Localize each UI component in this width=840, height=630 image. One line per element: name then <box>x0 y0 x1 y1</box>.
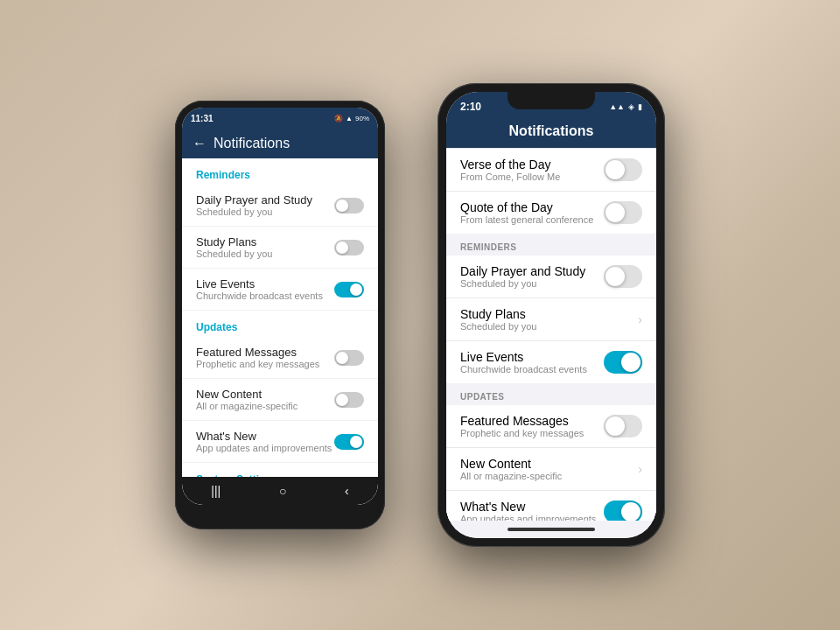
android-live-events-text: Live Events Churchwide broadcast events <box>196 277 323 301</box>
android-whats-new-item[interactable]: What's New App updates and improvements <box>182 421 378 463</box>
ios-phone: 2:10 ▲▲ ◈ ▮ Notifications Verse of the D… <box>438 83 665 547</box>
ios-verse-of-day-item[interactable]: Verse of the Day From Come, Follow Me <box>446 148 656 192</box>
android-status-bar: 11:31 🔕 ▲ 90% <box>182 108 378 129</box>
ios-featured-messages-subtitle: Prophetic and key messages <box>460 428 584 438</box>
ios-updates-header: UPDATES <box>446 383 656 405</box>
ios-live-events-text: Live Events Churchwide broadcast events <box>460 350 587 374</box>
android-daily-prayer-item[interactable]: Daily Prayer and Study Scheduled by you <box>182 185 378 227</box>
ios-time: 2:10 <box>460 101 481 113</box>
android-whats-new-subtitle: App updates and improvements <box>196 443 332 453</box>
android-whats-new-toggle[interactable] <box>334 434 364 450</box>
android-new-content-toggle[interactable] <box>334 392 364 408</box>
ios-wifi-icon: ◈ <box>628 102 634 111</box>
android-content: Reminders Daily Prayer and Study Schedul… <box>182 158 378 477</box>
android-live-events-subtitle: Churchwide broadcast events <box>196 290 323 301</box>
ios-live-events-subtitle: Churchwide broadcast events <box>460 364 587 374</box>
ios-updates-group: Featured Messages Prophetic and key mess… <box>446 405 656 521</box>
android-header-title: Notifications <box>214 136 290 151</box>
android-nav-home-icon[interactable]: ○ <box>279 484 286 498</box>
ios-verse-of-day-toggle[interactable] <box>604 158 642 181</box>
ios-reminders-header: REMINDERS <box>446 234 656 256</box>
ios-verse-of-day-text: Verse of the Day From Come, Follow Me <box>460 158 560 182</box>
ios-home-bar <box>446 521 656 538</box>
android-daily-prayer-toggle[interactable] <box>334 198 364 214</box>
ios-featured-messages-item[interactable]: Featured Messages Prophetic and key mess… <box>446 405 656 448</box>
android-reminders-header: Reminders <box>182 158 378 185</box>
ios-featured-messages-toggle[interactable] <box>604 415 642 438</box>
ios-featured-messages-text: Featured Messages Prophetic and key mess… <box>460 414 584 438</box>
ios-notch <box>508 92 595 109</box>
android-study-plans-text: Study Plans Scheduled by you <box>196 235 272 259</box>
android-system-header: System Settings <box>182 463 378 477</box>
android-screen: 11:31 🔕 ▲ 90% ← Notifications Reminders <box>182 108 378 505</box>
android-new-content-title: New Content <box>196 388 298 401</box>
android-nav-bar: ||| ○ ‹ <box>182 477 378 505</box>
android-live-events-title: Live Events <box>196 277 323 290</box>
ios-quote-of-day-text: Quote of the Day From latest general con… <box>460 200 593 225</box>
android-daily-prayer-title: Daily Prayer and Study <box>196 193 312 206</box>
android-header: ← Notifications <box>182 129 378 158</box>
android-whats-new-text: What's New App updates and improvements <box>196 430 332 453</box>
ios-screen: 2:10 ▲▲ ◈ ▮ Notifications Verse of the D… <box>446 92 656 538</box>
ios-status-icons: ▲▲ ◈ ▮ <box>609 102 642 111</box>
ios-verse-of-day-title: Verse of the Day <box>460 158 560 172</box>
ios-quote-of-day-item[interactable]: Quote of the Day From latest general con… <box>446 192 656 234</box>
ios-daily-prayer-text: Daily Prayer and Study Scheduled by you <box>460 264 585 289</box>
android-updates-header: Updates <box>182 311 378 337</box>
android-phone: 11:31 🔕 ▲ 90% ← Notifications Reminders <box>175 101 385 529</box>
android-mute-icon: 🔕 <box>334 115 343 122</box>
android-study-plans-title: Study Plans <box>196 235 272 248</box>
android-featured-messages-item[interactable]: Featured Messages Prophetic and key mess… <box>182 337 378 379</box>
ios-content: Verse of the Day From Come, Follow Me Qu… <box>446 148 656 521</box>
ios-signal-icon: ▲▲ <box>609 102 625 111</box>
android-live-events-item[interactable]: Live Events Churchwide broadcast events <box>182 269 378 311</box>
ios-new-content-item[interactable]: New Content All or magazine-specific › <box>446 448 656 491</box>
ios-whats-new-text: What's New App updates and improvements <box>460 500 596 521</box>
ios-top-section: Verse of the Day From Come, Follow Me Qu… <box>446 148 656 234</box>
ios-live-events-item[interactable]: Live Events Churchwide broadcast events <box>446 341 656 383</box>
android-daily-prayer-text: Daily Prayer and Study Scheduled by you <box>196 193 312 217</box>
ios-study-plans-chevron-icon: › <box>638 312 642 326</box>
android-whats-new-title: What's New <box>196 430 332 443</box>
ios-study-plans-title: Study Plans <box>460 307 536 321</box>
android-featured-messages-subtitle: Prophetic and key messages <box>196 359 319 369</box>
android-featured-messages-toggle[interactable] <box>334 350 364 366</box>
ios-study-plans-text: Study Plans Scheduled by you <box>460 307 536 332</box>
android-study-plans-toggle[interactable] <box>334 240 364 256</box>
android-nav-menu-icon[interactable]: ||| <box>211 484 220 498</box>
ios-live-events-title: Live Events <box>460 350 587 364</box>
android-live-events-toggle[interactable] <box>334 282 364 298</box>
ios-quote-of-day-toggle[interactable] <box>604 201 642 224</box>
ios-quote-of-day-subtitle: From latest general conference <box>460 214 593 225</box>
ios-new-content-chevron-icon: › <box>638 462 642 476</box>
ios-study-plans-item[interactable]: Study Plans Scheduled by you › <box>446 298 656 341</box>
android-study-plans-subtitle: Scheduled by you <box>196 248 272 259</box>
android-battery-icon: 90% <box>355 115 369 122</box>
ios-whats-new-title: What's New <box>460 500 596 514</box>
ios-live-events-toggle[interactable] <box>604 351 642 374</box>
ios-whats-new-item[interactable]: What's New App updates and improvements <box>446 491 656 521</box>
android-back-button[interactable]: ← <box>192 136 206 151</box>
ios-verse-of-day-subtitle: From Come, Follow Me <box>460 172 560 182</box>
android-featured-messages-text: Featured Messages Prophetic and key mess… <box>196 346 319 369</box>
ios-new-content-title: New Content <box>460 457 562 471</box>
ios-whats-new-toggle[interactable] <box>604 500 642 521</box>
ios-daily-prayer-toggle[interactable] <box>604 265 642 288</box>
ios-daily-prayer-item[interactable]: Daily Prayer and Study Scheduled by you <box>446 256 656 298</box>
ios-quote-of-day-title: Quote of the Day <box>460 200 593 214</box>
ios-new-content-subtitle: All or magazine-specific <box>460 471 562 481</box>
android-nav-back-icon[interactable]: ‹ <box>345 484 349 498</box>
ios-header: Notifications <box>446 118 656 148</box>
phones-container: 11:31 🔕 ▲ 90% ← Notifications Reminders <box>175 83 665 547</box>
android-daily-prayer-subtitle: Scheduled by you <box>196 206 312 217</box>
ios-new-content-text: New Content All or magazine-specific <box>460 457 562 481</box>
ios-daily-prayer-subtitle: Scheduled by you <box>460 278 585 289</box>
android-new-content-text: New Content All or magazine-specific <box>196 388 298 411</box>
android-new-content-item[interactable]: New Content All or magazine-specific <box>182 379 378 421</box>
ios-featured-messages-title: Featured Messages <box>460 414 584 428</box>
android-study-plans-item[interactable]: Study Plans Scheduled by you <box>182 227 378 269</box>
ios-study-plans-subtitle: Scheduled by you <box>460 321 536 332</box>
android-status-icons: 🔕 ▲ 90% <box>334 115 369 122</box>
ios-reminders-group: Daily Prayer and Study Scheduled by you … <box>446 256 656 383</box>
android-featured-messages-title: Featured Messages <box>196 346 319 359</box>
